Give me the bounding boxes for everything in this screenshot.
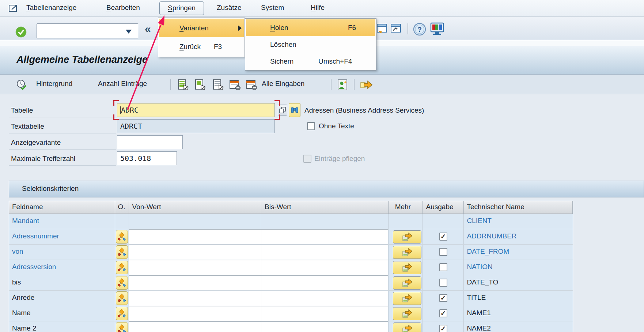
select-list-icon[interactable] bbox=[212, 79, 224, 93]
output-checkbox[interactable] bbox=[439, 294, 447, 302]
bis-wert-input[interactable] bbox=[261, 260, 388, 275]
von-wert-input[interactable] bbox=[129, 321, 261, 332]
bis-wert-input[interactable] bbox=[261, 245, 388, 260]
customize-layout-icon[interactable] bbox=[430, 22, 444, 38]
alle-eingaben-button[interactable]: Alle Eingaben bbox=[262, 80, 304, 88]
user-settings-icon[interactable] bbox=[337, 79, 349, 93]
multiple-selection-button[interactable] bbox=[393, 322, 421, 332]
execute-clock-icon[interactable] bbox=[16, 79, 28, 93]
separator bbox=[331, 79, 332, 90]
output-checkbox[interactable] bbox=[439, 309, 447, 317]
selection-options-button[interactable] bbox=[116, 276, 128, 290]
menu-springen[interactable]: Springen bbox=[159, 1, 204, 15]
menu-item-holen[interactable]: Holen F6 bbox=[246, 19, 375, 36]
ausgabe-cell bbox=[423, 306, 464, 321]
von-wert-input[interactable] bbox=[129, 245, 261, 260]
selection-options-button[interactable] bbox=[116, 307, 128, 320]
output-checkbox[interactable] bbox=[439, 325, 447, 332]
tabelle-field[interactable]: ADRC bbox=[117, 103, 275, 117]
multiple-selection-button[interactable] bbox=[393, 230, 421, 244]
von-wert-input[interactable] bbox=[129, 275, 261, 290]
ausgabe-cell bbox=[423, 214, 464, 229]
output-checkbox[interactable] bbox=[439, 263, 447, 271]
select-block-icon[interactable] bbox=[194, 79, 206, 93]
menu-item-zurueck[interactable]: Zurück F3 bbox=[159, 37, 244, 56]
menu-item-varianten[interactable]: Varianten bbox=[159, 19, 244, 37]
multiple-values-icon[interactable] bbox=[278, 105, 287, 116]
multiple-selection-arrow-icon bbox=[402, 248, 413, 257]
output-checkbox[interactable] bbox=[439, 233, 447, 241]
delete-selection-icon[interactable] bbox=[245, 79, 258, 93]
bis-wert-input[interactable] bbox=[261, 275, 388, 290]
bis-wert-cell bbox=[261, 229, 389, 244]
max-trefferzahl-field[interactable]: 503.018 bbox=[117, 151, 177, 165]
multiple-selection-button[interactable] bbox=[393, 292, 421, 305]
ausgabe-cell bbox=[423, 260, 464, 275]
multiple-selection-button[interactable] bbox=[393, 276, 421, 290]
goto-variant-icon[interactable] bbox=[360, 79, 374, 93]
von-wert-input[interactable] bbox=[129, 229, 261, 244]
column-header-mehr: Mehr bbox=[389, 201, 423, 214]
bis-wert-input[interactable] bbox=[261, 321, 388, 332]
selection-options-button[interactable] bbox=[116, 322, 128, 332]
hintergrund-button[interactable]: Hintergrund bbox=[36, 80, 72, 88]
new-session-icon[interactable] bbox=[376, 23, 387, 37]
selection-options-icon bbox=[117, 232, 126, 242]
command-field[interactable] bbox=[37, 23, 138, 38]
mehr-cell bbox=[389, 291, 423, 306]
output-checkbox[interactable] bbox=[439, 248, 447, 256]
menu-tabellenanzeige[interactable]: Tabellenanzeige bbox=[26, 4, 76, 12]
multiple-selection-button[interactable] bbox=[393, 261, 421, 274]
help-icon[interactable]: ? bbox=[413, 23, 426, 38]
ohne-texte-checkbox[interactable] bbox=[307, 122, 315, 130]
field-name-cell: Name 2 bbox=[9, 321, 115, 332]
technical-name-cell: TITLE bbox=[464, 291, 573, 306]
selection-options-button[interactable] bbox=[116, 245, 128, 259]
selection-options-icon bbox=[117, 309, 126, 319]
bis-wert-input[interactable] bbox=[261, 229, 388, 244]
anzeigevariante-field[interactable] bbox=[117, 135, 183, 149]
technical-name-cell: NAME2 bbox=[464, 321, 573, 332]
von-wert-cell bbox=[129, 275, 262, 290]
session-window-icon[interactable] bbox=[8, 3, 19, 16]
menu-bearbeiten[interactable]: Bearbeiten bbox=[106, 4, 140, 12]
bis-wert-input[interactable] bbox=[261, 306, 388, 321]
selection-options-button[interactable] bbox=[116, 291, 128, 305]
search-help-binoculars-icon[interactable] bbox=[289, 103, 300, 117]
enter-button[interactable] bbox=[15, 26, 27, 38]
bis-wert-cell bbox=[261, 321, 389, 332]
multiple-selection-arrow-icon bbox=[402, 232, 413, 242]
bis-wert-cell bbox=[261, 306, 389, 321]
field-name-cell: bis bbox=[9, 275, 115, 290]
column-header-ausgabe: Ausgabe bbox=[423, 201, 464, 214]
menu-item-loeschen[interactable]: Löschen bbox=[246, 36, 375, 53]
application-toolbar: Hintergrund Anzahl Einträge bbox=[0, 75, 644, 94]
von-wert-input[interactable] bbox=[129, 306, 261, 321]
focus-bracket bbox=[274, 114, 280, 120]
mehr-cell bbox=[389, 321, 423, 332]
menu-item-sichern[interactable]: Sichern Umsch+F4 bbox=[246, 53, 375, 70]
menu-system[interactable]: System bbox=[261, 4, 284, 12]
menu-hilfe[interactable]: Hilfe bbox=[311, 4, 325, 12]
von-wert-input[interactable] bbox=[129, 260, 261, 275]
create-shortcut-icon[interactable] bbox=[390, 23, 401, 37]
command-dropdown-icon[interactable] bbox=[126, 30, 132, 34]
multiple-selection-button[interactable] bbox=[393, 246, 421, 259]
selection-options-icon bbox=[117, 324, 126, 332]
menu-zusaetze[interactable]: Zusätze bbox=[217, 4, 242, 12]
multiple-selection-button[interactable] bbox=[393, 307, 421, 320]
anzahl-eintraege-button[interactable]: Anzahl Einträge bbox=[98, 80, 147, 88]
selection-options-button[interactable] bbox=[116, 230, 128, 244]
field-name-cell: Anrede bbox=[9, 291, 115, 306]
von-wert-cell bbox=[129, 291, 262, 306]
deselect-all-icon[interactable] bbox=[229, 79, 241, 93]
selection-options-button[interactable] bbox=[116, 261, 128, 274]
bis-wert-input[interactable] bbox=[261, 291, 388, 306]
text-cursor bbox=[120, 106, 121, 114]
shortcut-label: Umsch+F4 bbox=[318, 53, 352, 70]
select-all-icon[interactable] bbox=[177, 79, 189, 93]
output-checkbox[interactable] bbox=[439, 279, 447, 287]
collapse-toolbar-icon[interactable]: « bbox=[145, 23, 151, 35]
von-wert-input[interactable] bbox=[129, 291, 261, 306]
options-cell bbox=[115, 275, 129, 290]
